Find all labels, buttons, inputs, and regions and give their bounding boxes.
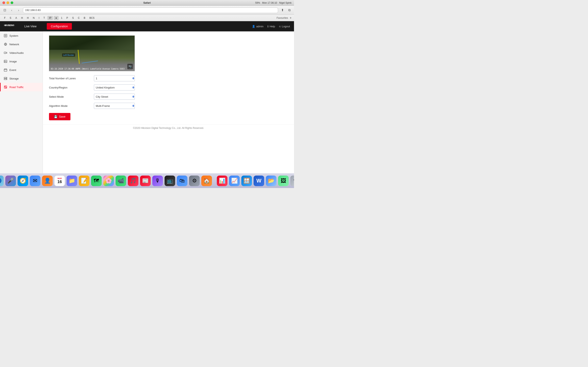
dock-trash[interactable]: 🗑: [290, 175, 294, 186]
sidebar-item-network[interactable]: Network: [0, 40, 43, 49]
window-minimize-button[interactable]: [7, 1, 9, 4]
sidebar-item-video-audio[interactable]: Video/Audio: [0, 49, 43, 57]
fav-i[interactable]: I: [37, 16, 41, 20]
window-close-button[interactable]: [2, 1, 5, 4]
fav-s2[interactable]: S: [70, 16, 75, 20]
image-label: Image: [9, 60, 17, 63]
calendar-month: MAR: [58, 177, 62, 179]
favorites-label: Favourites: [277, 17, 288, 19]
dock-appletv[interactable]: 📺: [164, 175, 175, 186]
form-section: Total Number of Lanes 1 2 3 4: [49, 75, 288, 120]
share-button[interactable]: ⬆: [280, 8, 285, 13]
url-bar[interactable]: 192.168.0.83: [23, 7, 278, 13]
dock-home[interactable]: 🏠: [201, 175, 212, 186]
dock-charts[interactable]: 📈: [229, 175, 240, 186]
fav-1[interactable]: 1: [60, 16, 64, 20]
nav-live-view[interactable]: Live View: [20, 23, 41, 30]
nav-configuration[interactable]: Configuration: [47, 23, 72, 30]
total-lanes-row: Total Number of Lanes 1 2 3 4: [49, 75, 288, 81]
dock-maps[interactable]: 🗺: [91, 175, 102, 186]
select-mode-select[interactable]: City Street Highway Country Road: [94, 94, 135, 100]
dock-numbers[interactable]: 📊: [217, 175, 227, 186]
sidebar-item-event[interactable]: Event: [0, 66, 43, 74]
mac-traffic-lights[interactable]: [2, 1, 13, 4]
fav-n[interactable]: N: [31, 16, 36, 20]
header-help[interactable]: ℹ Help: [268, 25, 275, 28]
network-label: Network: [9, 43, 19, 46]
dock-appstore[interactable]: 🛍: [177, 175, 187, 186]
hik-footer: ©2020 Hikvision Digital Technology Co., …: [43, 124, 294, 132]
select-mode-row: Select Mode City Street Highway Country …: [49, 94, 288, 100]
calendar-date: 16: [57, 179, 62, 184]
select-mode-wrapper: City Street Highway Country Road: [94, 94, 135, 100]
video-audio-icon: [4, 51, 7, 55]
fav-bcs[interactable]: BCS: [88, 16, 96, 20]
fav-dot[interactable]: ●: [54, 16, 58, 20]
back-button[interactable]: ‹: [9, 8, 14, 13]
dock-facetime[interactable]: 📹: [116, 175, 126, 186]
dock-news[interactable]: 📰: [140, 175, 151, 186]
svg-point-13: [6, 87, 7, 88]
fav-b[interactable]: B: [82, 16, 87, 20]
total-lanes-select[interactable]: 1 2 3 4: [94, 75, 135, 81]
sidebar-item-road-traffic[interactable]: Road Traffic: [0, 83, 43, 91]
dock-photos[interactable]: 🌸: [103, 175, 114, 186]
dock-contacts[interactable]: 👤: [42, 175, 53, 186]
snapshot-button[interactable]: 📷: [127, 64, 133, 69]
safari-toolbar: ⊡ ‹ › 192.168.0.83 ⬆ ⧉: [0, 6, 294, 15]
fav-h1[interactable]: H: [19, 16, 25, 20]
dock-calendar[interactable]: MAR 16: [54, 175, 65, 186]
hik-content: System Network Video/Aud: [0, 31, 294, 173]
event-icon: [4, 68, 7, 72]
help-label: Help: [269, 25, 275, 28]
fav-c[interactable]: C: [76, 16, 81, 20]
fav-h2[interactable]: H: [25, 16, 30, 20]
new-tab-button[interactable]: ⧉: [287, 8, 292, 13]
total-lanes-wrapper: 1 2 3 4: [94, 75, 135, 81]
sidebar-toggle-button[interactable]: ⊡: [2, 8, 7, 13]
sidebar-item-image[interactable]: Image: [0, 57, 43, 66]
fav-p[interactable]: P: [65, 16, 70, 20]
dock-folder[interactable]: 📂: [266, 175, 277, 186]
add-favorite-button[interactable]: +: [290, 16, 292, 20]
dock-siri[interactable]: 🎤: [5, 175, 16, 186]
fav-a[interactable]: A: [14, 16, 18, 20]
storage-label: Storage: [9, 77, 19, 80]
header-right: 👤 admin ℹ Help ⎋ Logout: [252, 25, 290, 28]
fav-t[interactable]: T: [42, 16, 47, 20]
fav-ip[interactable]: IP: [47, 16, 53, 20]
window-maximize-button[interactable]: [11, 1, 13, 4]
dock-mail[interactable]: ✉: [30, 175, 40, 186]
dock-gallery[interactable]: 🖼: [278, 175, 289, 186]
header-admin[interactable]: 👤 admin: [252, 25, 263, 28]
dock-finder[interactable]: 🔵: [0, 175, 4, 186]
user-name: Nigel Spink: [279, 1, 292, 4]
video-audio-label: Video/Audio: [9, 51, 24, 54]
dock-podcasts[interactable]: 🎙: [152, 175, 163, 186]
forward-button[interactable]: ›: [16, 8, 21, 13]
favorites-bar: F S A H H N I T IP ● 1 P S C B BCS Favou…: [0, 15, 294, 21]
dock-files[interactable]: 📁: [67, 175, 77, 186]
save-button[interactable]: 💾 Save: [49, 113, 70, 120]
hik-sidebar: System Network Video/Aud: [0, 31, 43, 173]
camera-image: Left Border 03-16-2020 17:36:08 ANPR (We…: [49, 36, 135, 71]
country-region-select[interactable]: United Kingdom United States Germany Fra…: [94, 84, 135, 91]
dock-reminders[interactable]: 📝: [79, 175, 89, 186]
dock-word[interactable]: W: [254, 175, 264, 186]
svg-point-9: [6, 78, 7, 78]
sidebar-item-system[interactable]: System: [0, 31, 43, 40]
dock-music[interactable]: 🎵: [128, 175, 138, 186]
algorithm-mode-label: Algorithm Mode: [49, 104, 90, 108]
fav-f[interactable]: F: [2, 16, 7, 20]
header-logout[interactable]: ⎋ Logout: [279, 25, 290, 28]
select-mode-label: Select Mode: [49, 95, 90, 98]
algorithm-mode-row: Algorithm Mode Multi-Frame Single Frame: [49, 103, 288, 109]
algorithm-mode-select[interactable]: Multi-Frame Single Frame: [94, 103, 135, 109]
dock-safari[interactable]: 🧭: [17, 175, 28, 186]
footer-text: ©2020 Hikvision Digital Technology Co., …: [133, 127, 204, 129]
fav-s1[interactable]: S: [8, 16, 13, 20]
svg-point-10: [6, 79, 7, 80]
dock-windows[interactable]: 🪟: [241, 175, 252, 186]
sidebar-item-storage[interactable]: Storage: [0, 74, 43, 83]
dock-syspref[interactable]: ⚙: [189, 175, 200, 186]
